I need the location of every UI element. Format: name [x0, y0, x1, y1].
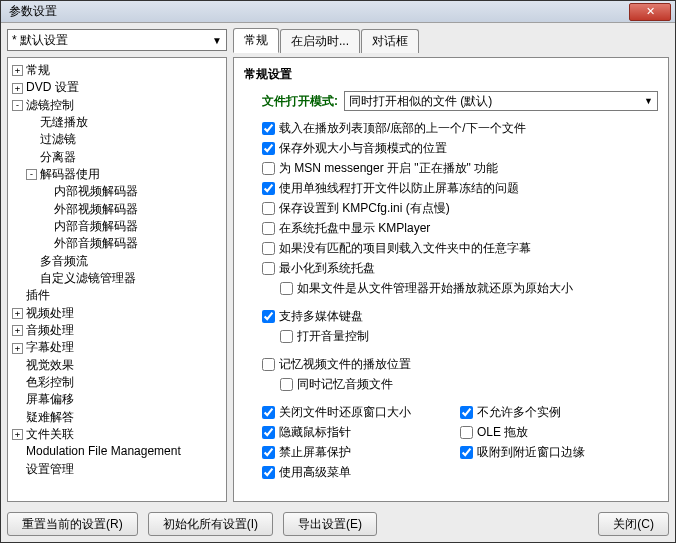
tree-item[interactable]: 过滤镜	[26, 131, 224, 148]
checkbox-label[interactable]: 关闭文件时还原窗口大小	[279, 403, 411, 421]
tree-item[interactable]: +音频处理	[12, 322, 224, 339]
checkbox-label[interactable]: 同时记忆音频文件	[297, 375, 393, 393]
checkbox-label[interactable]: 保存外观大小与音频模式的位置	[279, 139, 447, 157]
close-button[interactable]: 关闭(C)	[598, 512, 669, 536]
checkbox-label[interactable]: 吸附到附近窗口边缘	[477, 443, 585, 461]
tree-item[interactable]: 视觉效果	[12, 357, 224, 374]
tree-item[interactable]: 插件	[12, 287, 224, 304]
checkbox-c5[interactable]	[262, 202, 275, 215]
checkbox-c4[interactable]	[262, 182, 275, 195]
tree-label[interactable]: 视频处理	[26, 306, 74, 320]
checkbox-label[interactable]: 如果文件是从文件管理器开始播放就还原为原始大小	[297, 279, 573, 297]
checkbox-gl3[interactable]	[262, 446, 275, 459]
tree-item[interactable]: 屏幕偏移	[12, 391, 224, 408]
checkbox-g3b[interactable]	[280, 378, 293, 391]
tree-item[interactable]: Modulation File Management	[12, 443, 224, 460]
checkbox-gr3[interactable]	[460, 446, 473, 459]
tree-label[interactable]: 过滤镜	[40, 133, 76, 147]
tree-label[interactable]: 设置管理	[26, 462, 74, 476]
expand-icon[interactable]: +	[12, 325, 23, 336]
tree-item[interactable]: 分离器	[26, 149, 224, 166]
tree-label[interactable]: 解码器使用	[40, 167, 100, 181]
tree-label[interactable]: Modulation File Management	[26, 445, 181, 459]
tree-item[interactable]: 内部视频解码器	[40, 183, 224, 200]
tree-label[interactable]: 外部视频解码器	[54, 202, 138, 216]
collapse-icon[interactable]: -	[12, 100, 23, 111]
tree-item[interactable]: 外部视频解码器	[40, 201, 224, 218]
checkbox-label[interactable]: 在系统托盘中显示 KMPlayer	[279, 219, 430, 237]
tree-item[interactable]: +常规	[12, 62, 224, 79]
checkbox-label[interactable]: 支持多媒体键盘	[279, 307, 363, 325]
collapse-icon[interactable]: -	[26, 169, 37, 180]
tree-label[interactable]: 视觉效果	[26, 358, 74, 372]
init-all-button[interactable]: 初始化所有设置(I)	[148, 512, 273, 536]
tab-2[interactable]: 对话框	[361, 29, 419, 53]
tree-label[interactable]: 常规	[26, 63, 50, 77]
expand-icon[interactable]: +	[12, 83, 23, 94]
checkbox-label[interactable]: 为 MSN messenger 开启 "正在播放" 功能	[279, 159, 498, 177]
checkbox-label[interactable]: 禁止屏幕保护	[279, 443, 351, 461]
checkbox-c2[interactable]	[262, 142, 275, 155]
tree-label[interactable]: 音频处理	[26, 323, 74, 337]
checkbox-label[interactable]: 不允许多个实例	[477, 403, 561, 421]
tree-label[interactable]: 滤镜控制	[26, 98, 74, 112]
tree-item[interactable]: 疑难解答	[12, 409, 224, 426]
checkbox-label[interactable]: 载入在播放列表顶部/底部的上一个/下一个文件	[279, 119, 526, 137]
tree-item[interactable]: 内部音频解码器	[40, 218, 224, 235]
tree-label[interactable]: 屏幕偏移	[26, 393, 74, 407]
preset-select[interactable]: * 默认设置 ▼	[7, 29, 227, 51]
checkbox-label[interactable]: 隐藏鼠标指针	[279, 423, 351, 441]
checkbox-g3a[interactable]	[262, 358, 275, 371]
tree-label[interactable]: 字幕处理	[26, 341, 74, 355]
tree-label[interactable]: 疑难解答	[26, 410, 74, 424]
checkbox-c6[interactable]	[262, 222, 275, 235]
checkbox-c7[interactable]	[262, 242, 275, 255]
tree-item[interactable]: +DVD 设置	[12, 79, 224, 96]
checkbox-gl2[interactable]	[262, 426, 275, 439]
tree-item[interactable]: 色彩控制	[12, 374, 224, 391]
tree-label[interactable]: 自定义滤镜管理器	[40, 271, 136, 285]
tree-label[interactable]: 无缝播放	[40, 115, 88, 129]
tree-item[interactable]: +文件关联	[12, 426, 224, 443]
tree-item[interactable]: +字幕处理	[12, 339, 224, 356]
tree-item[interactable]: -解码器使用内部视频解码器外部视频解码器内部音频解码器外部音频解码器	[26, 166, 224, 253]
checkbox-label[interactable]: 使用高级菜单	[279, 463, 351, 481]
checkbox-label[interactable]: 记忆视频文件的播放位置	[279, 355, 411, 373]
checkbox-label[interactable]: 使用单独线程打开文件以防止屏幕冻结的问题	[279, 179, 519, 197]
tree-label[interactable]: 内部音频解码器	[54, 219, 138, 233]
expand-icon[interactable]: +	[12, 308, 23, 319]
tab-1[interactable]: 在启动时...	[280, 29, 360, 53]
checkbox-gr1[interactable]	[460, 406, 473, 419]
checkbox-c8[interactable]	[262, 262, 275, 275]
checkbox-gl4[interactable]	[262, 466, 275, 479]
tree-label[interactable]: 插件	[26, 289, 50, 303]
tree-label[interactable]: 外部音频解码器	[54, 237, 138, 251]
open-mode-select[interactable]: 同时打开相似的文件 (默认) ▼	[344, 91, 658, 111]
close-icon[interactable]: ✕	[629, 3, 671, 21]
checkbox-c3[interactable]	[262, 162, 275, 175]
expand-icon[interactable]: +	[12, 429, 23, 440]
tree-label[interactable]: 多音频流	[40, 254, 88, 268]
checkbox-label[interactable]: OLE 拖放	[477, 423, 528, 441]
checkbox-g2b[interactable]	[280, 330, 293, 343]
tree-item[interactable]: 自定义滤镜管理器	[26, 270, 224, 287]
checkbox-c1[interactable]	[262, 122, 275, 135]
checkbox-label[interactable]: 最小化到系统托盘	[279, 259, 375, 277]
tab-0[interactable]: 常规	[233, 28, 279, 53]
checkbox-label[interactable]: 打开音量控制	[297, 327, 369, 345]
tree-label[interactable]: 内部视频解码器	[54, 185, 138, 199]
tree-label[interactable]: 色彩控制	[26, 375, 74, 389]
tree-label[interactable]: DVD 设置	[26, 81, 79, 95]
checkbox-gr2[interactable]	[460, 426, 473, 439]
checkbox-c9[interactable]	[280, 282, 293, 295]
checkbox-g2a[interactable]	[262, 310, 275, 323]
expand-icon[interactable]: +	[12, 343, 23, 354]
checkbox-gl1[interactable]	[262, 406, 275, 419]
tree-item[interactable]: 外部音频解码器	[40, 235, 224, 252]
export-button[interactable]: 导出设置(E)	[283, 512, 377, 536]
tree-label[interactable]: 分离器	[40, 150, 76, 164]
tree-item[interactable]: 无缝播放	[26, 114, 224, 131]
checkbox-label[interactable]: 保存设置到 KMPCfg.ini (有点慢)	[279, 199, 450, 217]
tree-label[interactable]: 文件关联	[26, 427, 74, 441]
tree-item[interactable]: +视频处理	[12, 305, 224, 322]
